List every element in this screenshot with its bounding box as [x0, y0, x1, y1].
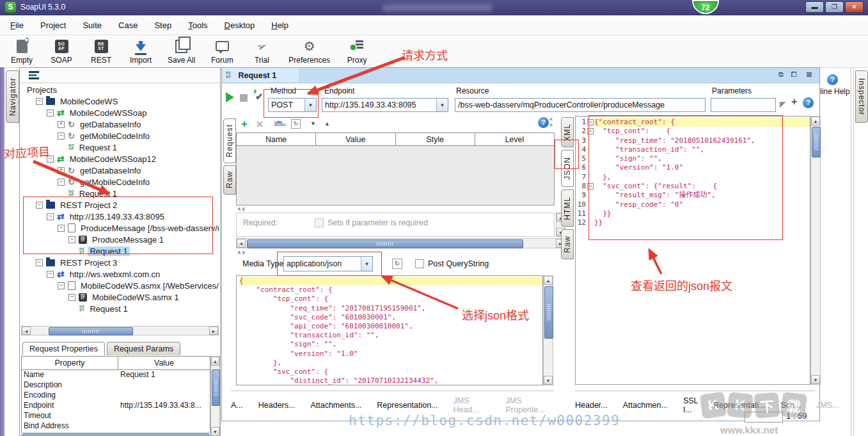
tab-a[interactable]: A...	[231, 401, 243, 410]
scroll-thumb[interactable]	[247, 239, 523, 248]
menu-item-project[interactable]: Project	[40, 20, 66, 30]
tree-item[interactable]: +↻getDatabaseInfo	[21, 118, 219, 130]
tab-ssli[interactable]: SSL I...	[683, 396, 698, 414]
scroll-thumb[interactable]	[49, 327, 133, 335]
parameters-field[interactable]	[711, 98, 776, 112]
scroll-thumb[interactable]	[212, 369, 220, 406]
tree-toggle-icon[interactable]: −	[58, 282, 65, 289]
preferences-button[interactable]: ⚙Preferences	[288, 35, 330, 65]
tree-toggle-icon[interactable]: −	[36, 98, 43, 105]
scroll-left-icon[interactable]: ◄	[237, 239, 246, 248]
trial-button[interactable]: ➢Trial	[249, 35, 274, 65]
menu-item-help[interactable]: Help	[271, 20, 288, 30]
menu-item-suite[interactable]: Suite	[83, 20, 102, 30]
filter-icon[interactable]: ◤	[780, 100, 785, 109]
soap-button[interactable]: SOAPSOAP	[49, 35, 74, 65]
close-button[interactable]: ✕	[845, 1, 864, 13]
tree-item[interactable]: −↻getMobileCodeInfo	[21, 176, 219, 188]
media-type-select[interactable]: application/json▼	[283, 256, 373, 271]
splitter-updown-icon[interactable]: ∧∨	[237, 206, 246, 212]
properties-v-scrollbar[interactable]: ▲ ▼	[210, 356, 220, 436]
tree-toggle-icon[interactable]: −	[47, 109, 54, 117]
forum-button[interactable]: Forum	[209, 35, 235, 65]
scroll-up-icon[interactable]: ▲	[811, 117, 820, 125]
scroll-down-icon[interactable]: ▼	[211, 427, 219, 436]
tab-headers[interactable]: Headers...	[258, 401, 296, 410]
refresh-icon[interactable]: ↻	[291, 119, 301, 129]
tree-toggle-icon[interactable]: −	[58, 225, 65, 232]
tab-raw[interactable]: Raw	[561, 229, 574, 259]
tree-item[interactable]: −⇄MobileCodeWSSoap12	[21, 153, 219, 165]
properties-h-scrollbar[interactable]	[21, 432, 210, 436]
tree-item[interactable]: +↻getDatabaseInfo	[21, 165, 219, 176]
sort-icon[interactable]	[29, 71, 39, 79]
fold-icon[interactable]: −	[586, 127, 594, 136]
maximize-button[interactable]: ❐	[825, 1, 844, 13]
chevron-down-icon[interactable]: ▼	[304, 99, 316, 111]
online-help-icon[interactable]: ?	[827, 74, 838, 85]
response-viewer[interactable]: 1−{"contract_root": {2− "tcp_cont": {3 "…	[575, 116, 810, 385]
recreate-icon[interactable]: ↻	[392, 259, 402, 269]
menu-item-step[interactable]: Step	[154, 20, 171, 30]
add-parameter-icon[interactable]: +	[791, 96, 797, 108]
maximize-window-icon[interactable]: ⧠	[789, 70, 799, 79]
tree-toggle-icon[interactable]: +	[58, 121, 65, 128]
fold-icon[interactable]: −	[586, 182, 594, 191]
tree-item[interactable]: SOAPRequest 1	[21, 141, 219, 153]
navigator-tab[interactable]: Navigator	[6, 70, 19, 123]
request-body-editor[interactable]: { "contract_root": { "tcp_cont": { "req_…	[236, 275, 543, 385]
tree-h-scrollbar[interactable]: ◄ ►	[21, 326, 219, 335]
editor-h-scrollbar[interactable]: ◄ ►	[236, 238, 565, 248]
response-v-scrollbar[interactable]: ▲ ▼	[810, 116, 821, 385]
cancel-request-button[interactable]	[240, 94, 248, 102]
tree-item[interactable]: −REST Project 3	[21, 257, 219, 268]
help-icon[interactable]: ?	[803, 97, 814, 108]
import-button[interactable]: Import	[128, 35, 154, 65]
endpoint-select[interactable]: http://135.149.33.43:8095▼	[322, 98, 448, 112]
tree-item[interactable]: −MobileCodeWS.asmx [/WebServices/M	[21, 280, 219, 291]
tab-raw[interactable]: Raw	[223, 165, 236, 195]
tree-toggle-icon[interactable]: −	[47, 271, 54, 278]
tree-item[interactable]: −⇄MobileCodeWSSoap	[21, 107, 219, 118]
add-param-icon[interactable]: +	[241, 118, 248, 131]
scroll-right-icon[interactable]: ►	[209, 327, 218, 335]
empty-button[interactable]: Empty	[9, 35, 35, 65]
tab-request-properties[interactable]: Request Properties	[22, 342, 105, 355]
tree-item[interactable]: −↻getMobileCodeInfo	[21, 130, 219, 141]
chevron-down-icon[interactable]: ▼	[436, 99, 448, 111]
tree-toggle-icon[interactable]: −	[58, 179, 65, 186]
resource-field[interactable]: /bss-web-dasserv/mqProducerController/pr…	[455, 98, 706, 112]
tree-item[interactable]: SOAPRequest 1	[21, 188, 219, 199]
tab-request[interactable]: Request	[223, 118, 236, 163]
tree-item[interactable]: −ProduceMessage [/bss-web-dasserv/m	[21, 222, 219, 234]
restore-down-icon[interactable]: ⧉	[776, 70, 786, 79]
tree-item[interactable]: −REST Project 2	[21, 199, 219, 211]
chevron-down-icon[interactable]: ▼	[361, 257, 372, 271]
scroll-up-icon[interactable]: ▲	[211, 357, 219, 366]
tab-attachments[interactable]: Attachments...	[310, 401, 361, 410]
method-select[interactable]: POST▼	[268, 98, 317, 112]
tree-toggle-icon[interactable]: −	[68, 294, 75, 301]
tree-toggle-icon[interactable]: −	[58, 133, 65, 140]
close-window-icon[interactable]: ⊠	[804, 70, 814, 79]
request-window-titlebar[interactable]: REST Request 1 ⧉ ⧠ ⊠	[222, 68, 819, 83]
menu-item-desktop[interactable]: Desktop	[225, 20, 255, 30]
body-v-scrollbar[interactable]: ▲ ▼	[543, 275, 553, 385]
inspector-tab[interactable]: Inspector	[855, 70, 868, 123]
tab-attachmen[interactable]: Attachmen...	[623, 401, 668, 410]
tree-item[interactable]: −⇄http://ws.webxml.com.cn	[21, 268, 219, 280]
minimize-button[interactable]: ▬	[805, 1, 824, 13]
tab-xml[interactable]: XML	[561, 117, 574, 147]
fold-icon[interactable]: −	[586, 118, 594, 127]
required-checkbox[interactable]	[315, 218, 324, 227]
collapse-divider-icon[interactable]: «»	[549, 117, 553, 128]
rest-button[interactable]: RESTREST	[88, 35, 114, 65]
scroll-down-icon[interactable]: ▼	[811, 375, 820, 384]
help-icon[interactable]: ?	[538, 117, 549, 128]
tree-toggle-icon[interactable]: −	[68, 236, 75, 243]
scroll-thumb[interactable]	[22, 433, 209, 436]
save-all-button[interactable]: Save All	[168, 35, 195, 65]
property-row[interactable]: Timeout	[22, 411, 210, 421]
property-row[interactable]: Description	[22, 380, 210, 391]
scroll-down-icon[interactable]: ▼	[544, 376, 553, 385]
